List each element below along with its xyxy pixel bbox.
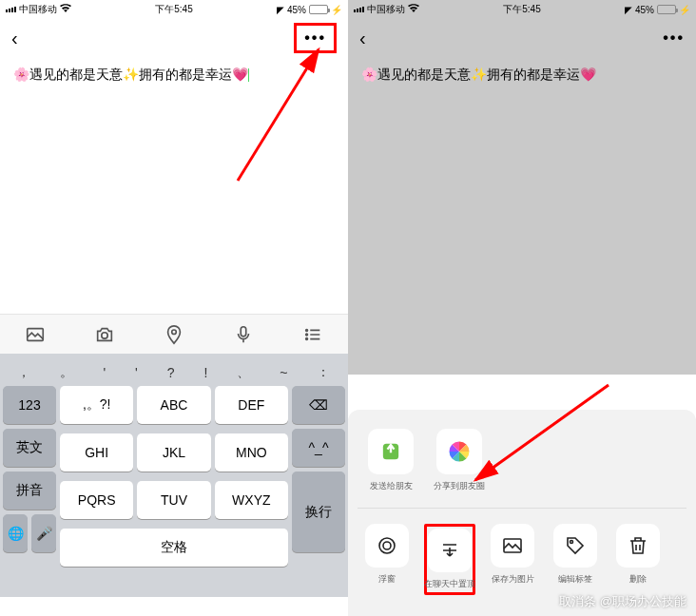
- content-text: 🌸遇见的都是天意✨拥有的都是幸运💗: [13, 67, 248, 82]
- battery-icon: [657, 5, 676, 14]
- carrier-label: 中国移动: [367, 3, 405, 16]
- note-content[interactable]: 🌸遇见的都是天意✨拥有的都是幸运💗: [0, 57, 348, 314]
- key-punct[interactable]: ,。?!: [60, 386, 133, 424]
- nav-bar: ‹ •••: [348, 19, 696, 57]
- camera-icon[interactable]: [94, 324, 115, 345]
- pin-chat-button-highlighted[interactable]: 在聊天中置顶: [424, 524, 475, 595]
- wifi-icon: [408, 4, 419, 15]
- key-123[interactable]: 123: [3, 386, 56, 424]
- edit-tag-button[interactable]: 编辑标签: [550, 524, 601, 595]
- delete-button[interactable]: 删除: [612, 524, 664, 595]
- key-mno[interactable]: MNO: [215, 433, 288, 472]
- svg-point-5: [306, 334, 308, 336]
- moments-icon: [436, 429, 482, 474]
- key-en[interactable]: 英文: [3, 429, 56, 467]
- key-enter[interactable]: 换行: [292, 472, 345, 552]
- keyboard: ， 。 ' ' ? ! 、 ~ ： 123 英文 拼音 🌐 🎤 ,。?!: [0, 354, 348, 597]
- watermark: 取消条 @职场办公技能: [559, 593, 686, 610]
- location-arrow-icon: ◤: [625, 5, 632, 15]
- key-jkl[interactable]: JKL: [137, 433, 210, 472]
- svg-point-2: [172, 329, 177, 334]
- nav-bar: ‹ •••: [0, 19, 348, 57]
- wechat-icon: [368, 429, 414, 474]
- signal-icon: [6, 7, 16, 12]
- content-text: 🌸遇见的都是天意✨拥有的都是幸运💗: [361, 67, 596, 82]
- float-icon: [365, 524, 409, 568]
- symbol-row: ， 。 ' ' ? ! 、 ~ ：: [3, 359, 345, 386]
- note-content-dimmed: 🌸遇见的都是天意✨拥有的都是幸运💗: [348, 57, 696, 375]
- key-def[interactable]: DEF: [215, 386, 288, 424]
- key-mic[interactable]: 🎤: [31, 514, 56, 552]
- svg-point-12: [570, 541, 573, 544]
- battery-pct: 45%: [287, 5, 306, 15]
- status-bar: 中国移动 下午5:45 ◤ 45% ⚡: [0, 0, 348, 19]
- svg-point-6: [306, 337, 308, 339]
- action-sheet: 发送给朋友 分享到朋友圈 浮窗 在聊天中置顶 保存为图片: [348, 410, 696, 616]
- trash-icon: [616, 524, 660, 568]
- wifi-icon: [60, 4, 71, 15]
- location-icon[interactable]: [164, 324, 184, 345]
- key-ghi[interactable]: GHI: [60, 433, 133, 472]
- key-tuv[interactable]: TUV: [137, 481, 210, 519]
- key-globe[interactable]: 🌐: [3, 514, 28, 552]
- mic-icon[interactable]: [233, 324, 254, 345]
- phone-right-sharesheet: 中国移动 下午5:45 ◤ 45% ⚡ ‹ ••• 🌸遇见的都是天意✨拥有的都是…: [348, 0, 696, 616]
- charging-icon: ⚡: [679, 5, 690, 15]
- send-friend-button[interactable]: 发送给朋友: [365, 429, 416, 492]
- location-arrow-icon: ◤: [277, 5, 284, 15]
- key-pinyin[interactable]: 拼音: [3, 472, 56, 510]
- battery-icon: [309, 5, 328, 14]
- image-icon[interactable]: [25, 324, 46, 345]
- signal-icon: [354, 7, 364, 12]
- editor-toolbar: [0, 314, 348, 354]
- svg-rect-3: [241, 326, 246, 336]
- svg-point-4: [306, 329, 308, 331]
- svg-point-1: [102, 332, 107, 337]
- list-icon[interactable]: [302, 324, 323, 345]
- key-emoji[interactable]: ^_^: [292, 429, 345, 467]
- carrier-label: 中国移动: [19, 3, 57, 16]
- float-button[interactable]: 浮窗: [361, 524, 413, 595]
- status-bar: 中国移动 下午5:45 ◤ 45% ⚡: [348, 0, 696, 19]
- time-label: 下午5:45: [503, 3, 540, 16]
- battery-pct: 45%: [635, 5, 654, 15]
- key-delete[interactable]: ⌫: [292, 386, 345, 424]
- key-pqrs[interactable]: PQRS: [60, 481, 133, 519]
- save-image-button[interactable]: 保存为图片: [487, 524, 538, 595]
- more-icon: •••: [304, 29, 326, 46]
- svg-point-10: [383, 542, 391, 549]
- charging-icon: ⚡: [331, 5, 342, 15]
- image-icon: [491, 524, 534, 568]
- key-space[interactable]: 空格: [60, 529, 288, 567]
- sheet-row-actions: 浮窗 在聊天中置顶 保存为图片 编辑标签 删除: [358, 518, 686, 601]
- phone-left-editor: 中国移动 下午5:45 ◤ 45% ⚡ ‹ ••• 🌸遇见的都是天意✨拥有的都是…: [0, 0, 348, 616]
- more-button-highlighted[interactable]: •••: [294, 23, 337, 53]
- key-wxyz[interactable]: WXYZ: [215, 481, 288, 519]
- key-abc[interactable]: ABC: [137, 386, 210, 424]
- share-moments-button[interactable]: 分享到朋友圈: [434, 429, 485, 492]
- back-button[interactable]: ‹: [11, 28, 18, 49]
- time-label: 下午5:45: [155, 3, 192, 16]
- tag-icon: [553, 524, 597, 568]
- more-button[interactable]: •••: [663, 29, 685, 47]
- back-button[interactable]: ‹: [359, 28, 366, 49]
- text-cursor: [248, 68, 249, 82]
- svg-point-9: [379, 538, 395, 553]
- sheet-row-share: 发送给朋友 分享到朋友圈: [358, 423, 686, 504]
- pin-icon: [428, 529, 472, 572]
